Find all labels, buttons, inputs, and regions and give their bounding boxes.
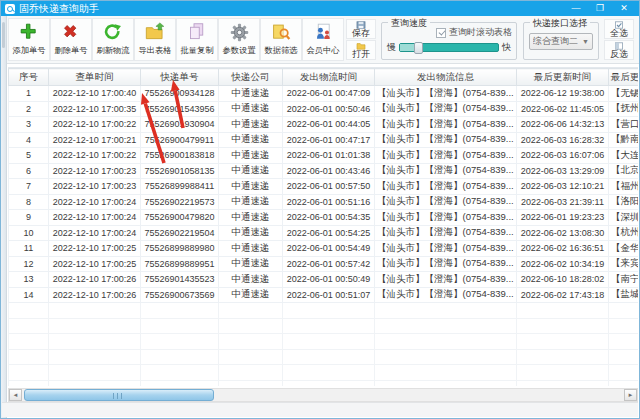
table-cell: 中通速递 [219, 86, 283, 102]
invert-selection-label: 反选 [610, 50, 628, 59]
table-row[interactable]: 22022-12-10 17:00:3575526901543956中通速递20… [9, 101, 639, 117]
table-cell: 【汕头市】【澄海】(0754-839... [375, 148, 517, 164]
table-cell: 2022-12-10 17:00:23 [49, 179, 141, 195]
delete-button[interactable]: 删除单号 [50, 18, 92, 61]
table-row[interactable]: 112022-12-10 17:00:2575526899889980中通速递2… [9, 241, 639, 257]
table-row[interactable]: 62022-12-10 17:00:2375526901058135中通速递20… [9, 163, 639, 179]
rail-grip-handle[interactable] [2, 22, 5, 48]
table-row[interactable]: 92022-12-10 17:00:2475526900479820中通速递20… [9, 210, 639, 226]
api-select-group: 快递接口选择 综合查询二 ▼ [523, 22, 599, 60]
select-all-label: 全选 [610, 29, 628, 38]
speed-slider[interactable] [399, 43, 499, 52]
table-cell: 2022-12-10 17:00:35 [49, 101, 141, 117]
table-cell: 2022-06-01 00:57:42 [283, 256, 375, 272]
settings-button[interactable]: 参数设置 [218, 18, 260, 61]
open-button[interactable]: 打开 [346, 40, 376, 60]
table-cell: 【杭州市】 [609, 225, 639, 241]
maximize-button[interactable]: ❐ [593, 1, 607, 16]
member-icon [313, 22, 334, 43]
column-header[interactable]: 序号 [9, 69, 49, 86]
add-icon [19, 22, 40, 43]
select-all-button[interactable]: 全选 [604, 19, 634, 39]
save-button[interactable]: 保存 [346, 19, 376, 39]
table-cell: 75526900479820 [141, 210, 219, 226]
table-row[interactable]: 12022-12-10 17:00:4075526900934128中通速递20… [9, 86, 639, 102]
table-cell: 中通速递 [219, 117, 283, 133]
empty-cell [283, 318, 375, 334]
column-header[interactable]: 最后更新物流信息 [609, 69, 639, 86]
table-cell: 2022-06-03 12:10:21 [517, 179, 609, 195]
empty-cell [517, 365, 609, 381]
column-header[interactable]: 发出物流信息 [375, 69, 517, 86]
delete-icon [61, 22, 82, 43]
table-cell: 【北京市】 [609, 163, 639, 179]
add-button[interactable]: 添加单号 [8, 18, 50, 61]
column-header[interactable]: 最后更新时间 [517, 69, 609, 86]
empty-cell [609, 334, 639, 350]
table-cell: 2022-12-10 17:00:21 [49, 132, 141, 148]
table-row[interactable]: 42022-12-10 17:00:2175526900479911中通速递20… [9, 132, 639, 148]
table-row[interactable]: 32022-12-10 17:00:2275526901930904中通速递20… [9, 117, 639, 133]
table-row[interactable]: 52022-12-10 17:00:2275526900183818中通速递20… [9, 148, 639, 164]
table-cell: 2022-12-10 17:00:24 [49, 225, 141, 241]
empty-cell [219, 303, 283, 319]
table-row[interactable]: 72022-12-10 17:00:2375526899988411中通速递20… [9, 179, 639, 195]
table-cell: 8 [9, 194, 49, 210]
scroll-table-checkbox[interactable] [436, 28, 446, 38]
chevron-down-icon: ▼ [582, 38, 589, 45]
open-label: 打开 [352, 50, 370, 59]
horizontal-scrollbar[interactable]: ◄ ► [8, 388, 638, 402]
member-button[interactable]: 会员中心 [302, 18, 344, 61]
table-cell: 2022-12-10 17:00:25 [49, 256, 141, 272]
column-header[interactable]: 查单时间 [49, 69, 141, 86]
toolbar: 添加单号删除单号刷新物流导出表格批量复制参数设置数据筛选会员中心 保存 打开 查… [7, 16, 639, 64]
table-cell: 4 [9, 132, 49, 148]
table-cell: 【来宾市】 [609, 256, 639, 272]
scroll-left-button[interactable]: ◄ [9, 389, 22, 401]
table-cell: 【大连市】 [609, 148, 639, 164]
column-header[interactable]: 发出物流时间 [283, 69, 375, 86]
api-select-dropdown[interactable]: 综合查询二 ▼ [529, 33, 593, 50]
scroll-right-button[interactable]: ► [624, 389, 637, 401]
column-header[interactable]: 快递公司 [219, 69, 283, 86]
table-row[interactable]: 142022-12-10 17:00:2675526900673569中通速递2… [9, 287, 639, 303]
table-cell: 2022-12-10 17:00:40 [49, 86, 141, 102]
column-header[interactable]: 快递单号 [141, 69, 219, 86]
app-window: 固乔快递查询助手 — ❐ ✕ 添加单号删除单号刷新物流导出表格批量复制参数设置数… [0, 0, 640, 419]
empty-cell [9, 349, 49, 365]
empty-cell [219, 380, 283, 386]
table-cell: 2 [9, 101, 49, 117]
table-cell: 75526900673569 [141, 287, 219, 303]
table-row[interactable]: 82022-12-10 17:00:2475526902219573中通速递20… [9, 194, 639, 210]
export-button[interactable]: 导出表格 [134, 18, 176, 61]
empty-cell [49, 380, 141, 386]
invert-selection-button[interactable]: 反选 [604, 40, 634, 60]
table-row[interactable]: 132022-12-10 17:00:2675526901435523中通速递2… [9, 272, 639, 288]
empty-cell [219, 365, 283, 381]
table-cell: 75526900183818 [141, 148, 219, 164]
table-row[interactable]: 122022-12-10 17:00:2575526899889951中通速递2… [9, 256, 639, 272]
refresh-button[interactable]: 刷新物流 [92, 18, 134, 61]
table-cell: 2022-06-12 19:38:00 [517, 86, 609, 102]
empty-table-row [9, 303, 639, 319]
table-cell: 75526899889980 [141, 241, 219, 257]
speed-slider-thumb[interactable] [414, 42, 423, 54]
table-cell: 2022-06-02 13:08:30 [517, 225, 609, 241]
scrollbar-thumb[interactable] [24, 389, 214, 401]
table-cell: 2022-06-01 00:47:17 [283, 132, 375, 148]
empty-table-row [9, 334, 639, 350]
table-cell: 【汕头市】【澄海】(0754-839... [375, 86, 517, 102]
table-cell: 2022-06-01 01:01:38 [283, 148, 375, 164]
close-button[interactable]: ✕ [617, 1, 631, 16]
table-row[interactable]: 102022-12-10 17:00:2475526902219504中通速递2… [9, 225, 639, 241]
filter-button[interactable]: 数据筛选 [260, 18, 302, 61]
table-cell: 9 [9, 210, 49, 226]
scrollbar-track[interactable] [22, 389, 624, 401]
empty-cell [141, 318, 219, 334]
minimize-button[interactable]: — [569, 1, 583, 16]
empty-cell [141, 349, 219, 365]
table-cell: 2022-06-10 18:28:02 [517, 272, 609, 288]
table-cell: 中通速递 [219, 101, 283, 117]
copy-button[interactable]: 批量复制 [176, 18, 218, 61]
app-logo-magnifier-icon [5, 4, 15, 14]
